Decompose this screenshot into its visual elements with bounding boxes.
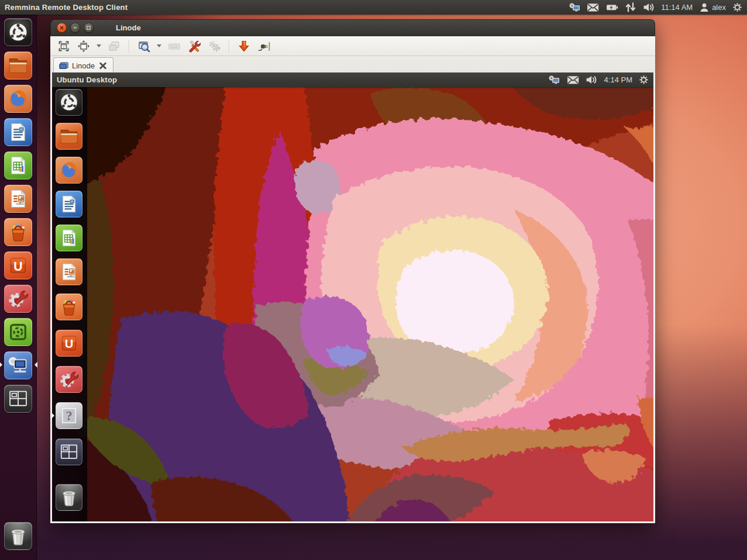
tab-strip: Linode [50, 56, 655, 73]
launcher-item-question[interactable]: ? [56, 402, 82, 429]
remmina-window: Linode 1 Linode [50, 19, 655, 523]
minimize-window-button[interactable] [235, 39, 253, 54]
host-top-panel: Remmina Remote Desktop Client 11:14 AM a… [0, 0, 747, 15]
launcher-item-firefox[interactable] [56, 157, 82, 184]
tab-close-button[interactable] [98, 62, 108, 70]
desktop: Remmina Remote Desktop Client 11:14 AM a… [0, 0, 747, 560]
mail-indicator-icon[interactable] [567, 75, 579, 85]
toolbar-separator [129, 40, 129, 53]
user-name: alex [712, 3, 726, 12]
remote-clock[interactable]: 4:14 PM [604, 75, 632, 84]
launcher-item-update[interactable] [4, 318, 32, 346]
running-indicator-arrow [51, 413, 54, 419]
launcher-item-settings[interactable] [56, 366, 82, 393]
toolbar-separator [229, 40, 229, 53]
user-icon [699, 2, 710, 12]
window-close-button[interactable] [57, 23, 67, 33]
launcher-item-workspace[interactable] [4, 385, 32, 413]
host-clock[interactable]: 11:14 AM [661, 3, 693, 12]
launcher-item-remmina[interactable] [4, 351, 32, 379]
tools-button[interactable] [185, 39, 203, 54]
launcher-item-software[interactable] [4, 218, 32, 246]
remote-screen-icon [59, 62, 68, 70]
host-tray [569, 2, 655, 12]
running-indicator-arrow [0, 362, 2, 368]
volume-indicator-icon[interactable] [586, 75, 597, 85]
remote-session-gear-icon[interactable] [639, 75, 649, 85]
tab-label: Linode [72, 61, 95, 70]
launcher-item-software[interactable] [56, 293, 82, 320]
launcher-item-dash[interactable] [4, 18, 32, 46]
launcher-item-trash[interactable] [56, 484, 82, 511]
launcher-item-trash[interactable] [4, 522, 32, 550]
launcher-item-settings[interactable] [4, 285, 32, 313]
scaled-menu-caret[interactable] [155, 39, 163, 54]
battery-indicator-icon[interactable] [606, 2, 618, 12]
duplicate-button [105, 39, 123, 54]
remmina-toolbar: 1 [50, 36, 655, 56]
launcher-item-calc[interactable] [4, 151, 32, 179]
remmina-connection-indicator-icon[interactable] [569, 2, 581, 12]
launcher-item-workspace[interactable] [56, 438, 82, 465]
keyboard-button [166, 39, 183, 54]
remote-top-panel: Ubuntu Desktop 4:14 PM [52, 72, 653, 87]
svg-text:U: U [13, 260, 22, 273]
remote-tray [549, 75, 597, 85]
mail-indicator-icon[interactable] [587, 2, 599, 12]
launcher-item-calc[interactable] [56, 224, 82, 251]
host-launcher: U [0, 15, 37, 560]
remote-session-view[interactable]: Ubuntu Desktop 4:14 PM U? [50, 72, 655, 523]
launcher-item-dash[interactable] [56, 89, 82, 116]
svg-text:U: U [65, 337, 74, 350]
launcher-item-files[interactable] [56, 123, 82, 150]
preferences-button [205, 39, 223, 54]
fit-menu-caret[interactable] [95, 39, 103, 54]
remote-panel-title: Ubuntu Desktop [52, 75, 117, 84]
window-maximize-button[interactable] [84, 23, 94, 33]
scaled-button[interactable] [135, 39, 153, 54]
user-menu[interactable]: alex [699, 2, 726, 12]
launcher-item-impress[interactable] [56, 258, 82, 285]
fit-button[interactable] [75, 39, 92, 54]
remote-launcher: U? [52, 87, 87, 521]
session-gear-icon[interactable] [732, 2, 742, 12]
remote-wallpaper [52, 72, 653, 521]
window-titlebar[interactable]: Linode [50, 19, 655, 36]
launcher-item-writer[interactable] [4, 118, 32, 146]
focused-indicator-arrow [35, 362, 37, 368]
remmina-connection-indicator-icon[interactable] [549, 75, 560, 85]
fullscreen-button[interactable]: 1 [55, 39, 73, 54]
tab-linode[interactable]: Linode [53, 57, 113, 73]
disconnect-button[interactable] [255, 39, 273, 54]
launcher-item-files[interactable] [4, 51, 32, 79]
launcher-item-impress[interactable] [4, 185, 32, 213]
window-title: Linode [116, 23, 141, 32]
launcher-item-uone[interactable]: U [4, 251, 32, 279]
svg-text:?: ? [66, 409, 72, 423]
window-minimize-button[interactable] [70, 23, 80, 33]
launcher-item-writer[interactable] [56, 191, 82, 217]
launcher-item-uone[interactable]: U [56, 330, 82, 357]
network-traffic-indicator-icon[interactable] [625, 2, 636, 12]
launcher-item-firefox[interactable] [4, 85, 32, 113]
volume-indicator-icon[interactable] [643, 2, 655, 12]
active-app-title: Remmina Remote Desktop Client [0, 3, 128, 12]
